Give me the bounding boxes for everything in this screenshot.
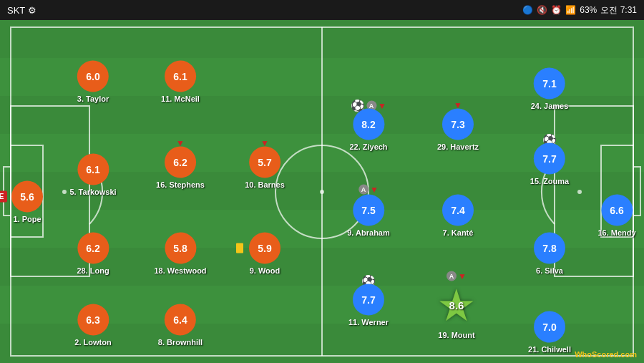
player-score: 5.7	[258, 156, 271, 168]
player-name: 16. Stephens	[156, 180, 205, 188]
player-name: 28. Long	[77, 266, 109, 274]
player-name: 24. James	[531, 101, 569, 110]
player-ziyech: ⚽A▼ 8.2 22. Ziyech	[349, 109, 387, 151]
player-taylor: 6.0 3. Taylor	[77, 61, 109, 103]
player-score: 7.8	[542, 242, 556, 253]
player-score: 6.2	[86, 242, 99, 253]
player-mount: A▼ ★ 8.6 19. Mount	[432, 271, 481, 339]
player-circle: 6.6	[601, 195, 633, 226]
who-text: Who	[575, 350, 592, 359]
svg-point-13	[320, 190, 324, 194]
player-circle: 6.2	[165, 146, 196, 178]
player-circle: 5.8	[165, 232, 196, 263]
player-score: 6.4	[173, 314, 187, 326]
player-chilwell: 7.0 21. Chilwell	[528, 311, 571, 353]
player-score: 7.7	[361, 294, 375, 305]
player-circle: 7.5	[353, 195, 384, 226]
player-circle: 5.7	[249, 146, 280, 178]
svg-point-17	[62, 190, 67, 194]
status-left: SKT ⚙	[7, 5, 36, 16]
player-brownhill: 6.4 8. Brownhill	[158, 304, 203, 347]
player-circle: 6.3	[77, 304, 109, 336]
player-wood: 5.9 9. Wood	[249, 232, 280, 274]
player-score: 6.1	[173, 71, 187, 82]
alarm-icon: ⏰	[551, 5, 562, 15]
player-circle: E 5.6	[11, 180, 43, 212]
player-circle: 7.7	[353, 284, 384, 315]
wifi-icon: 📶	[565, 5, 576, 15]
player-name: 9. Abraham	[347, 228, 390, 237]
player-circle: 7.1	[534, 67, 565, 99]
arrow-down-icon: ▼	[370, 185, 379, 195]
red-e-badge: E	[0, 190, 7, 202]
player-name: 5. Tarkowski	[69, 187, 116, 195]
pitch: E 5.6 1. Pope 6.0 3. Taylor 6.1 5. Tarko…	[0, 20, 644, 363]
player-name: 2. Lowton	[74, 338, 111, 347]
player-name: 6. Silva	[536, 266, 563, 274]
player-barnes: ▼ 5.7 10. Barnes	[245, 146, 285, 188]
player-score: 7.1	[542, 77, 556, 89]
player-stephens: ▼ 6.2 16. Stephens	[156, 146, 205, 188]
player-pope: E 5.6 1. Pope	[11, 180, 43, 223]
player-score: 5.6	[20, 190, 34, 202]
player-name: 29. Havertz	[437, 142, 479, 151]
player-circle: 8.2	[353, 109, 384, 140]
player-name: 10. Barnes	[245, 180, 285, 188]
mute-icon: 🔇	[537, 5, 547, 15]
player-werner: ⚽ 7.7 11. Werner	[348, 284, 389, 326]
badge-a: A	[358, 185, 369, 195]
player-lowton: 6.3 2. Lowton	[74, 304, 111, 347]
dotcom-text: .com	[618, 350, 637, 359]
player-name: 18. Westwood	[154, 266, 206, 274]
player-circle: 6.2	[77, 232, 109, 263]
player-name: 9. Wood	[250, 266, 280, 274]
player-name: 7. Kanté	[443, 228, 474, 237]
player-name: 15. Zouma	[530, 177, 569, 185]
player-circle: 5.9	[249, 232, 280, 263]
player-score: 6.2	[173, 156, 187, 168]
player-score: 6.0	[86, 71, 99, 82]
carrier-text: SKT	[7, 5, 25, 16]
player-score: 7.7	[542, 153, 556, 165]
player-silva: 7.8 6. Silva	[534, 232, 565, 274]
player-circle: 7.7	[534, 143, 565, 175]
player-mcneil: 6.1 11. McNeil	[161, 61, 200, 103]
badge-a: A	[447, 271, 457, 281]
status-right: 🔵 🔇 ⏰ 📶 63% 오전 7:31	[522, 4, 637, 16]
yellow-card-icon	[236, 243, 243, 253]
player-circle: 7.0	[534, 311, 565, 342]
player-tarkowski: 6.1 5. Tarkowski	[69, 153, 116, 195]
player-abraham: A▼ 7.5 9. Abraham	[347, 195, 390, 237]
status-bar: SKT ⚙ 🔵 🔇 ⏰ 📶 63% 오전 7:31	[0, 0, 644, 20]
player-circle: 6.1	[165, 61, 196, 92]
player-havertz: ▼ 7.3 29. Havertz	[437, 109, 479, 151]
settings-icon: ⚙	[28, 5, 36, 16]
battery-text: 63%	[580, 5, 597, 15]
arrow-down-icon: ▼	[378, 100, 386, 110]
player-score: 6.3	[86, 314, 99, 326]
player-score: 5.8	[173, 242, 187, 253]
player-icons: A▼	[358, 185, 379, 195]
player-westwood: 5.8 18. Westwood	[154, 232, 206, 274]
player-score: 7.3	[451, 119, 464, 130]
player-name: 1. Pope	[13, 214, 41, 223]
player-james: 7.1 24. James	[531, 67, 569, 110]
player-score: 5.9	[258, 242, 271, 253]
player-zouma: ⚽ 7.7 15. Zouma	[530, 143, 569, 185]
player-circle: 6.4	[165, 304, 196, 336]
bluetooth-icon: 🔵	[522, 5, 533, 15]
player-score: 6.6	[610, 205, 623, 216]
player-name: 8. Brownhill	[158, 338, 203, 347]
player-name: 3. Taylor	[77, 95, 109, 103]
player-kante: 7.4 7. Kanté	[442, 195, 474, 237]
player-name: 21. Chilwell	[528, 344, 571, 353]
player-score: 7.5	[361, 205, 375, 216]
player-name: 22. Ziyech	[349, 142, 387, 151]
scored-text: Scored	[592, 350, 618, 359]
player-circle: 7.3	[442, 109, 474, 140]
player-mendy: 6.6 16. Mendy	[597, 195, 635, 237]
svg-point-21	[577, 190, 582, 194]
player-circle: 6.0	[77, 61, 109, 92]
player-score: 6.1	[86, 163, 99, 175]
player-circle: 6.1	[77, 153, 109, 185]
